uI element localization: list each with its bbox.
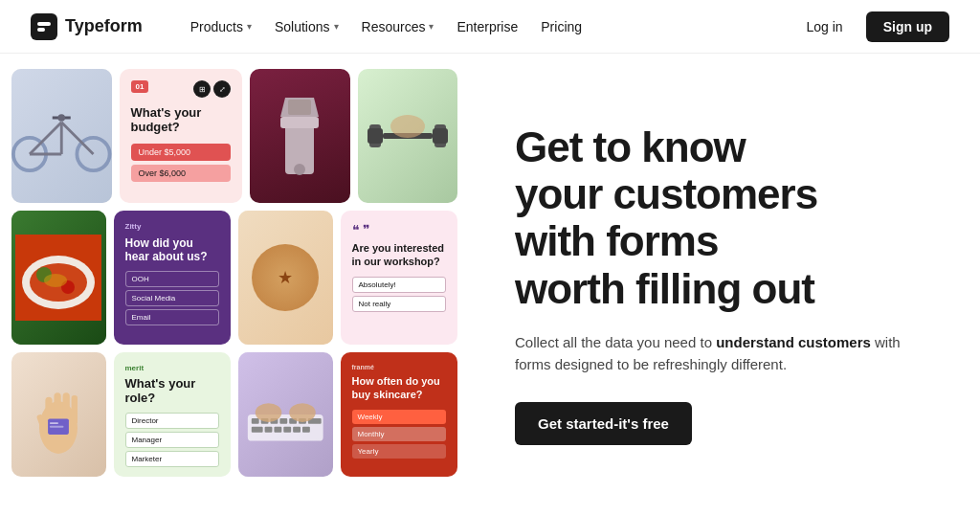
cookie-image: ★ bbox=[238, 211, 333, 345]
howdid-option-2[interactable]: Social Media bbox=[125, 290, 220, 306]
keyboard-image bbox=[238, 352, 333, 477]
nav-links: Products ▾ Solutions ▾ Resources ▾ Enter… bbox=[181, 13, 791, 40]
svg-rect-46 bbox=[293, 427, 301, 433]
hand-image bbox=[11, 352, 106, 477]
nav-pricing[interactable]: Pricing bbox=[531, 13, 591, 40]
budget-option-1[interactable]: Under $5,000 bbox=[131, 144, 232, 161]
expand-icon: ⤢ bbox=[213, 80, 231, 98]
svg-point-24 bbox=[44, 274, 67, 287]
role-option-2[interactable]: Manager bbox=[125, 432, 220, 448]
svg-rect-33 bbox=[50, 426, 64, 428]
skincare-brand: franmé bbox=[352, 364, 447, 370]
svg-point-49 bbox=[289, 403, 316, 422]
howdid-option-1[interactable]: OOH bbox=[125, 271, 220, 287]
cookie-visual: ★ bbox=[252, 244, 319, 311]
workshop-title: Are you interested in our workshop? bbox=[352, 241, 447, 269]
svg-rect-42 bbox=[252, 427, 263, 433]
copy-icon: ⊞ bbox=[193, 80, 211, 98]
hero-heading: Get to know your customers with forms wo… bbox=[515, 123, 934, 312]
workshop-option-1[interactable]: Absolutely! bbox=[352, 277, 447, 293]
nav-enterprise[interactable]: Enterprise bbox=[447, 13, 527, 40]
card-howdid: Zitty How did you hear about us? OOH Soc… bbox=[114, 211, 232, 345]
card-skincare: franmé How often do you buy skincare? We… bbox=[341, 352, 458, 477]
hero-subtext: Collect all the data you need to underst… bbox=[515, 331, 934, 376]
role-title: What's your role? bbox=[125, 376, 220, 405]
skincare-option-2[interactable]: Monthly bbox=[352, 427, 447, 441]
svg-point-12 bbox=[294, 164, 305, 175]
chevron-down-icon: ▾ bbox=[429, 21, 434, 32]
howdid-brand: Zitty bbox=[125, 222, 220, 231]
form-grid: 01 ⊞ ⤢ What's your budget? Under $5,000 … bbox=[0, 54, 469, 515]
svg-rect-44 bbox=[274, 427, 281, 433]
quote-icon: ❝ ❞ bbox=[352, 222, 447, 237]
svg-rect-14 bbox=[368, 128, 383, 144]
food-image bbox=[11, 211, 106, 345]
card-budget: 01 ⊞ ⤢ What's your budget? Under $5,000 … bbox=[120, 69, 243, 203]
skincare-title: How often do you buy skincare? bbox=[352, 374, 447, 402]
howdid-option-3[interactable]: Email bbox=[125, 309, 220, 325]
svg-point-48 bbox=[256, 403, 282, 422]
grid-row-1: 01 ⊞ ⤢ What's your budget? Under $5,000 … bbox=[11, 69, 457, 203]
grid-row-3: merit What's your role? Director Manager… bbox=[11, 352, 457, 477]
budget-option-2[interactable]: Over $6,000 bbox=[131, 165, 232, 182]
card-workshop: ❝ ❞ Are you interested in our workshop? … bbox=[341, 211, 458, 345]
cookie-decoration: ★ bbox=[278, 267, 293, 288]
role-brand: merit bbox=[125, 364, 220, 372]
svg-rect-11 bbox=[288, 100, 311, 115]
chevron-down-icon: ▾ bbox=[247, 21, 252, 32]
card-food bbox=[11, 211, 106, 345]
nav-solutions[interactable]: Solutions ▾ bbox=[265, 13, 348, 40]
nav-products[interactable]: Products ▾ bbox=[181, 13, 261, 40]
blender-image bbox=[250, 69, 350, 203]
svg-rect-29 bbox=[72, 395, 78, 424]
nav-resources[interactable]: Resources ▾ bbox=[352, 13, 444, 40]
login-button[interactable]: Log in bbox=[791, 11, 858, 42]
svg-point-7 bbox=[57, 114, 65, 122]
svg-rect-32 bbox=[50, 422, 58, 424]
card-keyboard bbox=[238, 352, 333, 477]
dumbbell-image bbox=[358, 69, 458, 203]
hero-text: Get to know your customers with forms wo… bbox=[469, 54, 980, 515]
svg-rect-9 bbox=[280, 117, 319, 128]
logo-icon bbox=[31, 13, 57, 40]
navbar: Typeform Products ▾ Solutions ▾ Resource… bbox=[0, 0, 980, 54]
brand-name: Typeform bbox=[65, 16, 143, 36]
card-role: merit What's your role? Director Manager… bbox=[114, 352, 232, 477]
svg-rect-35 bbox=[252, 418, 259, 424]
skincare-option-3[interactable]: Yearly bbox=[352, 444, 447, 459]
card-action-icons: ⊞ ⤢ bbox=[193, 80, 231, 98]
bike-image bbox=[11, 69, 112, 203]
chevron-down-icon: ▾ bbox=[334, 21, 339, 32]
cta-button[interactable]: Get started-it's free bbox=[515, 402, 692, 445]
hero-section: 01 ⊞ ⤢ What's your budget? Under $5,000 … bbox=[0, 54, 980, 515]
card-cookie: ★ bbox=[238, 211, 333, 345]
svg-rect-47 bbox=[302, 427, 310, 433]
budget-title: What's your budget? bbox=[131, 105, 232, 134]
budget-label: 01 bbox=[131, 80, 149, 93]
signup-button[interactable]: Sign up bbox=[866, 11, 949, 42]
role-option-1[interactable]: Director bbox=[125, 413, 220, 429]
role-option-3[interactable]: Marketer bbox=[125, 451, 220, 467]
logo[interactable]: Typeform bbox=[31, 13, 143, 40]
card-blender bbox=[250, 69, 350, 203]
svg-rect-43 bbox=[265, 427, 273, 433]
card-dumbbell bbox=[358, 69, 458, 203]
skincare-option-1[interactable]: Weekly bbox=[352, 410, 447, 424]
svg-rect-38 bbox=[279, 418, 287, 424]
grid-row-2: Zitty How did you hear about us? OOH Soc… bbox=[11, 211, 457, 345]
workshop-option-2[interactable]: Not really bbox=[352, 296, 447, 312]
card-hand bbox=[11, 352, 106, 477]
svg-point-18 bbox=[390, 115, 425, 138]
svg-rect-45 bbox=[283, 427, 291, 433]
card-bike bbox=[11, 69, 112, 203]
howdid-title: How did you hear about us? bbox=[125, 236, 220, 263]
nav-actions: Log in Sign up bbox=[791, 11, 949, 42]
svg-rect-17 bbox=[433, 128, 448, 144]
